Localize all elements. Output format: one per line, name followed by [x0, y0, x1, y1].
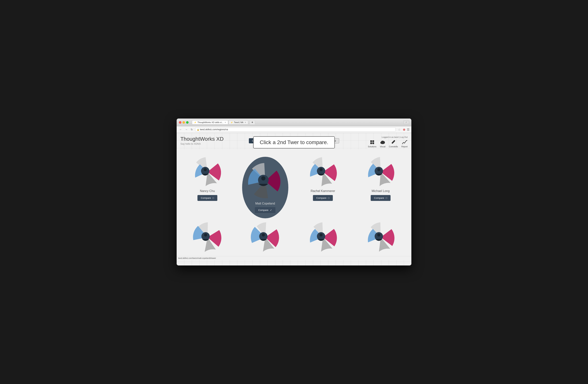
logged-in-text: Logged in as twxd | Log Out	[382, 136, 408, 138]
people-grid: Nancy Chu Compare □	[180, 157, 408, 252]
skill-flower-5	[192, 222, 223, 252]
compare-checkbox-michael: □	[386, 196, 387, 199]
user-info: Logged in as twxd | Log Out	[382, 136, 408, 138]
skill-flower-8	[366, 222, 396, 252]
browser-frame: ⚡ ThoughtWorks XD skills vi... ✕ ⚡ Twxd …	[177, 119, 411, 265]
compare-checkbox-matt: ✓	[270, 209, 272, 212]
compare-label-rachel: Compare	[316, 196, 326, 199]
menu-icon[interactable]: ☰	[407, 128, 409, 131]
person-card-8	[354, 222, 408, 252]
status-url: twxd.skillviz.com/twers/matt-copeland/dr…	[178, 257, 216, 259]
browser-tab-2[interactable]: ⚡ Twxd | NA ✕	[229, 120, 248, 124]
tab-icon-2: ⚡	[231, 121, 233, 124]
person-card-6	[238, 222, 292, 252]
header-section: ThoughtWorks XD Say hello to XDNA Click …	[177, 133, 411, 149]
compare-checkbox-nancy: □	[212, 196, 214, 199]
center-controls: Click a 2nd Twer to compare. Compare All…	[249, 135, 339, 143]
selected-oval: Matt Copeland Compare ✓	[242, 157, 288, 218]
tabs-bar: ⚡ ThoughtWorks XD skills vi... ✕ ⚡ Twxd …	[192, 120, 389, 125]
maximize-button[interactable]	[186, 121, 189, 124]
compare-btn-rachel[interactable]: Compare □	[313, 195, 333, 201]
reload-button[interactable]: ↻	[190, 128, 194, 131]
flower-svg-rachel	[308, 157, 338, 187]
report-label: Report	[401, 145, 408, 148]
solutions-icon	[369, 139, 375, 145]
close-button[interactable]	[179, 121, 181, 124]
lock-icon: 🔒	[197, 128, 199, 131]
compare-label-michael: Compare	[374, 196, 384, 199]
visual-nav-item[interactable]: Visual	[380, 139, 385, 148]
browser-tab-1[interactable]: ⚡ ThoughtWorks XD skills vi... ✕	[192, 120, 228, 124]
solutions-nav-item[interactable]: Solutions	[368, 139, 376, 148]
tab-label-2: Twxd | NA	[234, 121, 243, 124]
tab-close-2[interactable]: ✕	[245, 121, 246, 124]
header-right-icons: Solutions Visual	[368, 139, 408, 148]
app-subtitle: Say hello to XDNA	[180, 142, 224, 145]
svg-point-7	[381, 141, 384, 143]
svg-point-13	[261, 176, 265, 180]
compare-btn-michael[interactable]: Compare □	[371, 195, 391, 201]
new-tab-button[interactable]: +	[250, 120, 255, 125]
tab-label-1: ThoughtWorks XD skills vi...	[197, 121, 223, 124]
flower-svg-7	[308, 222, 338, 252]
skill-flower-6	[250, 222, 280, 252]
svg-point-17	[377, 168, 380, 171]
browser-navbar: ← → ↻ 🔒 twxd.skillviz.com/regions/na ☆ ⊕…	[177, 126, 411, 133]
status-bar: twxd.skillviz.com/twers/matt-copeland/dr…	[177, 256, 411, 260]
skill-flower-7	[308, 222, 338, 252]
person-card-7	[296, 222, 350, 252]
person-card-5	[180, 222, 234, 252]
bookmark-icon[interactable]: ☆	[398, 128, 400, 131]
svg-point-8	[392, 143, 393, 144]
compare-label-matt: Compare	[258, 209, 268, 212]
svg-point-11	[204, 168, 207, 171]
svg-point-23	[319, 234, 323, 236]
svg-point-15	[319, 168, 323, 171]
person-card-nancy-chu: Nancy Chu Compare □	[180, 157, 234, 218]
person-card-michael-long: Michael Long Compare □	[354, 157, 408, 218]
flower-svg-6	[250, 222, 280, 252]
skill-flower-rachel	[308, 157, 338, 187]
tab-icon-1: ⚡	[194, 121, 196, 124]
flower-svg-5	[192, 222, 223, 252]
traffic-lights	[179, 121, 189, 124]
coreskills-nav-item[interactable]: Coreskills	[389, 139, 398, 148]
flower-svg-michael	[366, 157, 396, 187]
person-name-michael: Michael Long	[372, 189, 390, 193]
skill-flower-michael	[366, 157, 396, 187]
solutions-label: Solutions	[368, 145, 376, 148]
browser-titlebar: ⚡ ThoughtWorks XD skills vi... ✕ ⚡ Twxd …	[177, 119, 411, 126]
url-text: twxd.skillviz.com/regions/na	[200, 128, 228, 131]
compare-btn-nancy[interactable]: Compare □	[197, 195, 217, 201]
svg-point-25	[377, 234, 380, 236]
svg-point-21	[262, 234, 265, 236]
report-icon	[401, 139, 407, 145]
expand-icon[interactable]: ⤢	[403, 121, 409, 124]
svg-point-9	[406, 140, 407, 141]
flower-svg-nancy	[192, 157, 223, 187]
compare-checkbox-rachel: □	[328, 196, 329, 199]
person-name-nancy: Nancy Chu	[200, 189, 215, 193]
skill-flower-nancy	[192, 157, 223, 187]
browser-icon: ⊕	[403, 128, 405, 131]
coreskills-icon	[391, 139, 396, 145]
compare-btn-matt[interactable]: Compare ✓	[255, 207, 275, 213]
person-card-rachel-kammerer: Rachel Kammerer Compare □	[296, 157, 350, 218]
tab-close-1[interactable]: ✕	[225, 121, 226, 124]
minimize-button[interactable]	[183, 121, 185, 124]
visual-icon	[380, 139, 385, 145]
report-nav-item[interactable]: Report	[401, 139, 408, 148]
back-button[interactable]: ←	[179, 128, 183, 131]
flower-svg-8	[366, 222, 396, 252]
skill-flower-matt	[246, 162, 284, 200]
forward-button[interactable]: →	[184, 128, 188, 131]
flower-svg-matt	[246, 162, 284, 200]
svg-rect-0	[370, 140, 372, 142]
compare-tooltip: Click a 2nd Twer to compare.	[253, 136, 335, 149]
svg-rect-3	[372, 142, 374, 144]
app-title: ThoughtWorks XD	[180, 136, 224, 142]
header-right: Logged in as twxd | Log Out Solutions	[368, 136, 408, 148]
svg-point-19	[204, 234, 207, 236]
address-bar[interactable]: 🔒 twxd.skillviz.com/regions/na	[195, 128, 396, 132]
svg-rect-1	[372, 140, 374, 142]
